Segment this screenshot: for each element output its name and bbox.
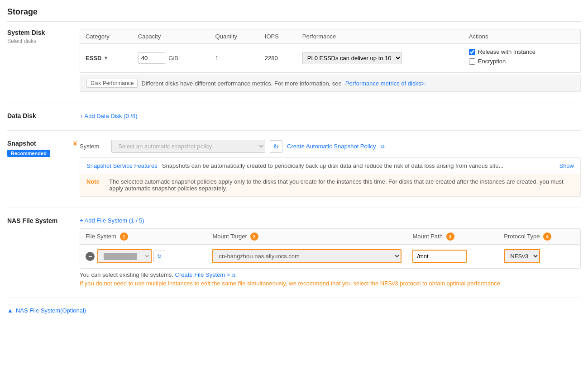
refresh-filesystem-button[interactable]: ↻ xyxy=(153,251,165,262)
nas-optional-collapse[interactable]: NAS File System(Optional) xyxy=(16,307,86,314)
col-iops: IOPS xyxy=(259,29,297,44)
system-disk-row: ESSD ▼ GiB 1 2280 xyxy=(80,44,580,72)
refresh-snapshot-button[interactable]: ↻ xyxy=(270,140,282,153)
performance-select[interactable]: PL0 ESSDs can deliver up to 10,0... xyxy=(302,52,402,64)
note-tag: Note xyxy=(86,178,105,192)
encryption-label: Encryption xyxy=(478,58,506,65)
snapshot-features-text: Snapshots can be automatically created t… xyxy=(162,162,555,169)
snapshot-label: Snapshot xyxy=(7,140,71,147)
external-link-icon-2: ⧉ xyxy=(232,272,235,278)
add-file-system-link[interactable]: + Add File System (1 / 5) xyxy=(80,217,581,224)
system-disk-sublabel: Select disks xyxy=(7,38,80,44)
external-link-icon: ⧉ xyxy=(381,143,385,150)
nas-col-filesystem: File System 1 xyxy=(80,229,207,245)
nas-warning-text: If you do not need to use multiple insta… xyxy=(80,280,581,287)
badge-1: 1 xyxy=(120,232,128,241)
disk-performance-tag: Disk Performance xyxy=(86,79,138,88)
snapshot-system-label: System xyxy=(80,143,107,150)
gib-label: GiB xyxy=(168,55,178,62)
create-fs-link[interactable]: Create File System > xyxy=(175,271,230,278)
col-capacity: Capacity xyxy=(133,29,210,44)
add-data-disk-link[interactable]: + Add Data Disk (0 /8) xyxy=(80,113,581,119)
category-dropdown-arrow[interactable]: ▼ xyxy=(103,55,108,61)
filesystem-select[interactable]: ████████ xyxy=(97,249,152,263)
mount-target-select[interactable]: cn-hangzhou.nas.aliyuncs.com xyxy=(212,249,402,263)
encryption-checkbox[interactable] xyxy=(469,58,475,65)
col-performance: Performance xyxy=(297,29,464,44)
collapse-arrow-icon: ▲ xyxy=(7,307,13,314)
info-text: You can select existing file systems. xyxy=(80,271,173,278)
badge-3: 3 xyxy=(446,232,454,241)
recommended-badge: Recommended xyxy=(7,150,50,157)
snapshot-features-title[interactable]: Snapshot Service Features xyxy=(86,162,158,169)
iops-value: 2280 xyxy=(259,44,297,72)
performance-metrics-link[interactable]: Performance metrics of disks>. xyxy=(345,80,426,87)
capacity-input[interactable] xyxy=(138,52,165,64)
quantity-value: 1 xyxy=(210,44,259,72)
yuan-icon: ¥ xyxy=(73,140,77,147)
release-with-instance-label: Release with Instance xyxy=(478,48,535,55)
protocol-type-select[interactable]: NFSv3 xyxy=(504,249,540,263)
remove-nas-button[interactable]: − xyxy=(86,252,95,261)
system-disk-label: System Disk xyxy=(7,29,80,36)
badge-4: 4 xyxy=(543,232,551,241)
page-title: Storage xyxy=(7,7,581,22)
nas-label: NAS File System xyxy=(7,217,80,224)
note-text: The selected automatic snapshot policies… xyxy=(109,178,574,192)
col-actions: Actions xyxy=(464,29,580,44)
release-with-instance-checkbox[interactable] xyxy=(469,49,475,55)
disk-performance-text: Different disks have different performan… xyxy=(141,80,341,87)
col-quantity: Quantity xyxy=(210,29,259,44)
essd-label: ESSD xyxy=(86,55,101,62)
nas-col-mount-target: Mount Target 2 xyxy=(207,229,407,245)
create-snapshot-policy-link[interactable]: Create Automatic Snapshot Policy xyxy=(287,143,376,150)
badge-2: 2 xyxy=(250,232,258,241)
nas-col-mount-path: Mount Path 3 xyxy=(407,229,498,245)
nas-col-protocol-type: Protocol Type 4 xyxy=(498,229,580,245)
show-link[interactable]: Show xyxy=(559,162,574,169)
col-category: Category xyxy=(80,29,133,44)
snapshot-policy-select[interactable]: Select an automatic snapshot policy xyxy=(111,140,265,153)
mount-path-input[interactable] xyxy=(412,250,467,263)
data-disk-label: Data Disk xyxy=(7,112,80,119)
nas-file-row: − ████████ ↻ xyxy=(80,245,580,268)
